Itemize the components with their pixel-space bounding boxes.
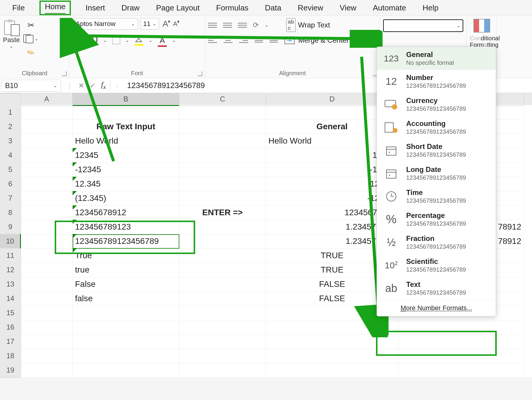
align-right[interactable] [239,38,248,43]
format-option-currency[interactable]: Currency123456789123456789 [377,93,496,116]
row-header[interactable]: 9 [0,220,21,234]
tab-formulas[interactable]: Formulas [214,2,250,14]
cell[interactable] [179,349,266,363]
cell[interactable] [179,234,266,249]
cell[interactable] [179,119,266,134]
fill-color-button[interactable] [134,37,143,44]
format-option-percentage[interactable]: %Percentage123456789123456789 [377,208,496,231]
cell[interactable] [21,363,73,378]
row-header[interactable]: 12 [0,263,21,277]
orientation-dropdown[interactable]: ⌄ [265,23,268,27]
copy-button[interactable] [23,34,33,43]
format-option-time[interactable]: Time123456789123456789 [377,185,496,208]
cell[interactable] [21,105,73,120]
cell[interactable] [179,177,266,191]
cell[interactable] [21,162,73,177]
cell[interactable]: 12.345 [73,177,179,191]
row-header[interactable]: 15 [0,306,21,320]
fx-button[interactable]: fx [101,80,110,90]
cell[interactable] [73,363,179,378]
copy-dropdown[interactable]: ⌄ [35,36,38,41]
align-middle[interactable] [223,23,232,28]
tab-automate[interactable]: Automate [371,2,408,14]
cell[interactable] [21,148,73,163]
cell[interactable] [179,263,266,277]
cell[interactable]: Raw Text Input [73,119,179,134]
col-header-C[interactable]: C [179,93,266,106]
cell[interactable] [179,105,266,120]
conditional-formatting-icon[interactable] [473,19,490,33]
cell[interactable] [73,334,179,349]
tab-page-layout[interactable]: Page Layout [154,2,201,14]
paste-button[interactable]: Paste ⌄ [3,18,20,58]
row-header[interactable]: 16 [0,320,21,335]
row-header[interactable]: 19 [0,363,21,378]
clipboard-launcher[interactable] [62,71,67,76]
cell[interactable] [179,162,266,177]
cell[interactable] [21,220,73,234]
merge-center-button[interactable]: Merge & Center ⌄ [285,36,354,44]
align-top[interactable] [208,23,217,28]
cell[interactable]: ENTER => [179,205,266,220]
row-header[interactable]: 11 [0,248,21,263]
row-header[interactable]: 14 [0,291,21,306]
cell[interactable] [21,291,73,306]
format-option-long-date[interactable]: Long Date123456789123456789 [377,162,496,185]
cell[interactable] [73,349,179,363]
row-header[interactable]: 13 [0,277,21,292]
align-bottom[interactable] [238,23,247,28]
row-header[interactable]: 7 [0,191,21,206]
cell[interactable] [266,363,398,378]
cell[interactable] [179,134,266,148]
cell[interactable] [179,334,266,349]
format-option-fraction[interactable]: ½Fraction123456789123456789 [377,231,496,254]
increase-indent[interactable] [270,38,278,43]
decrease-indent[interactable] [255,38,263,43]
borders-dropdown[interactable]: ⌄ [126,38,129,43]
tab-data[interactable]: Data [263,2,283,14]
cell[interactable] [21,134,73,148]
tab-review[interactable]: Review [296,2,325,14]
cell[interactable] [21,277,73,292]
more-number-formats[interactable]: More Number Formats... [377,300,496,316]
tab-insert[interactable]: Insert [84,2,107,14]
cell[interactable] [21,177,73,191]
cell[interactable]: 123456789123 [73,220,179,234]
cell[interactable] [179,306,266,320]
fill-color-dropdown[interactable]: ⌄ [149,38,152,43]
align-center[interactable] [224,38,233,43]
cell[interactable]: 12345 [73,148,179,163]
italic-button[interactable]: I [84,36,86,45]
cell[interactable] [21,248,73,263]
cell[interactable] [21,320,73,335]
cut-button[interactable]: ✂ [27,21,34,30]
cell[interactable] [21,263,73,277]
col-header-B[interactable]: B [73,93,179,106]
cell[interactable] [179,277,266,292]
cell[interactable] [21,205,73,220]
cell[interactable]: -12345 [73,162,179,177]
paste-dropdown[interactable]: ⌄ [10,44,13,49]
cell[interactable] [398,320,524,335]
tab-help[interactable]: Help [421,2,440,14]
format-option-general[interactable]: 123GeneralNo specific format [377,47,496,70]
wrap-text-button[interactable]: abc Wrap Text [286,18,330,32]
row-header[interactable]: 3 [0,134,21,148]
tab-home[interactable]: Home [39,1,71,15]
row-header[interactable]: 4 [0,148,21,163]
row-header[interactable]: 6 [0,177,21,191]
cell[interactable] [21,349,73,363]
formula-enter[interactable]: ✓ [90,81,96,90]
cell[interactable] [266,334,398,349]
cell[interactable] [21,334,73,349]
cell[interactable]: true [73,263,179,277]
tab-view[interactable]: View [338,2,358,14]
col-header-A[interactable]: A [21,93,73,106]
cell[interactable] [179,291,266,306]
cell[interactable] [398,363,524,378]
format-option-scientific[interactable]: 102Scientific123456789123456789 [377,254,496,277]
cell[interactable] [398,334,524,349]
cell[interactable] [21,191,73,206]
cell[interactable] [21,119,73,134]
underline-dropdown[interactable]: ⌄ [103,38,107,43]
